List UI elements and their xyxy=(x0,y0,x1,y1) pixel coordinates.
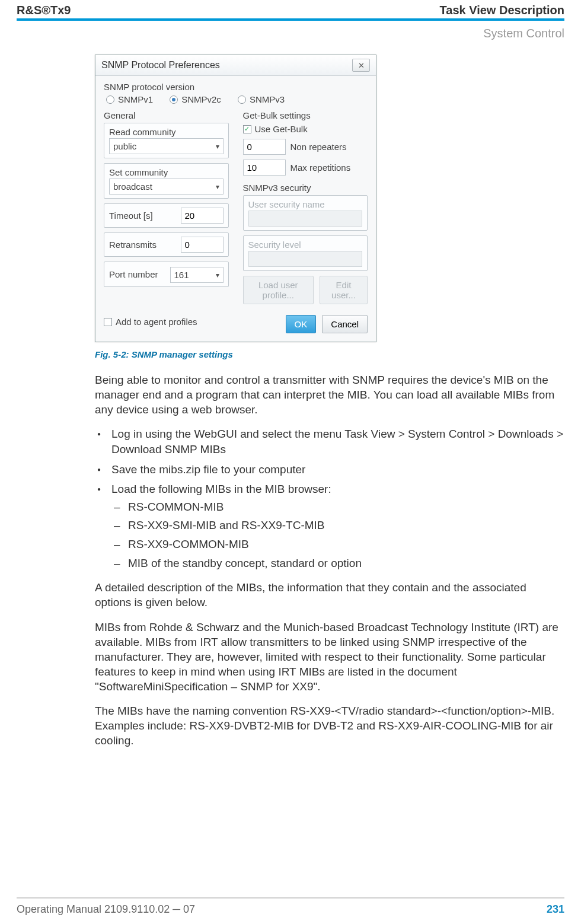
ok-button[interactable]: OK xyxy=(286,315,317,333)
list-item: RS-COMMON-MIB xyxy=(111,499,564,515)
getbulk-label: Get-Bulk settings xyxy=(243,110,368,120)
timeout-input[interactable] xyxy=(181,208,224,224)
page-number: 231 xyxy=(547,903,564,916)
close-button[interactable]: ✕ xyxy=(352,59,370,72)
radio-snmpv2c-label: SNMPv2c xyxy=(181,94,221,104)
radio-snmpv1[interactable]: SNMPv1 xyxy=(106,94,153,104)
port-value: 161 xyxy=(174,270,189,280)
chevron-down-icon: ▾ xyxy=(216,183,219,191)
nonrepeaters-label: Non repeaters xyxy=(290,142,347,152)
read-community-label: Read community xyxy=(109,127,224,137)
body-paragraph: The MIBs have the naming convention RS-X… xyxy=(95,703,564,748)
use-getbulk-checkbox[interactable]: ✓Use Get-Bulk xyxy=(243,124,308,134)
maxrepetitions-input[interactable] xyxy=(243,160,286,176)
list-item: MIB of the standby concept, standard or … xyxy=(111,556,564,571)
port-dropdown[interactable]: 161▾ xyxy=(170,267,224,283)
list-item: RS-XX9-COMMON-MIB xyxy=(111,537,564,552)
body-paragraph: MIBs from Rohde & Schwarz and the Munich… xyxy=(95,620,564,694)
list-item: Save the mibs.zip file to your computer xyxy=(95,462,564,477)
maxrepetitions-label: Max repetitions xyxy=(290,163,351,173)
radio-snmpv3-label: SNMPv3 xyxy=(250,94,285,104)
snmpv3-security-label: SNMPv3 security xyxy=(243,183,368,193)
radio-snmpv2c[interactable]: SNMPv2c xyxy=(170,94,221,104)
body-paragraph: Being able to monitor and control a tran… xyxy=(95,372,564,417)
radio-snmpv1-label: SNMPv1 xyxy=(118,94,153,104)
version-group-label: SNMP protocol version xyxy=(104,82,368,92)
dialog-title: SNMP Protocol Preferences xyxy=(101,60,220,71)
chevron-down-icon: ▾ xyxy=(216,142,219,151)
radio-snmpv3[interactable]: SNMPv3 xyxy=(238,94,285,104)
edit-user-button: Edit user... xyxy=(320,276,368,304)
user-security-name-input xyxy=(248,211,363,227)
section-name: System Control xyxy=(0,21,581,40)
use-getbulk-label: Use Get-Bulk xyxy=(255,124,308,134)
set-community-label: Set community xyxy=(109,167,224,177)
retransmits-input[interactable] xyxy=(181,237,224,253)
port-label: Port number xyxy=(109,269,165,279)
load-user-profile-button: Load user profile... xyxy=(243,276,314,304)
close-icon: ✕ xyxy=(358,61,365,70)
body-paragraph: A detailed description of the MIBs, the … xyxy=(95,580,564,610)
read-community-dropdown[interactable]: public▾ xyxy=(109,138,224,154)
footer-rule xyxy=(17,897,564,898)
list-item: Log in using the WebGUI and select the m… xyxy=(95,426,564,457)
user-security-name-label: User security name xyxy=(248,199,363,209)
general-label: General xyxy=(104,110,229,120)
cancel-button[interactable]: Cancel xyxy=(322,315,368,333)
set-community-dropdown[interactable]: broadcast▾ xyxy=(109,179,224,195)
set-community-value: broadcast xyxy=(113,181,152,192)
product-id: R&S®Tx9 xyxy=(17,4,71,17)
list-item: Load the following MIBs in the MIB brows… xyxy=(95,482,564,571)
add-to-agent-profiles-checkbox[interactable]: Add to agent profiles xyxy=(104,317,197,327)
nonrepeaters-input[interactable] xyxy=(243,139,286,155)
figure-caption: Fig. 5-2: SNMP manager settings xyxy=(95,349,564,359)
list-item: RS-XX9-SMI-MIB and RS-XX9-TC-MIB xyxy=(111,518,564,533)
security-level-input xyxy=(248,251,363,267)
chevron-down-icon: ▾ xyxy=(216,271,219,279)
chapter-title: Task View Description xyxy=(440,4,564,17)
retransmits-label: Retransmits xyxy=(109,240,176,250)
snmp-preferences-dialog: SNMP Protocol Preferences ✕ SNMP protoco… xyxy=(95,55,376,342)
read-community-value: public xyxy=(113,141,136,151)
manual-id: Operating Manual 2109.9110.02 ─ 07 xyxy=(17,903,195,916)
security-level-label: Security level xyxy=(248,240,363,250)
timeout-label: Timeout [s] xyxy=(109,211,176,221)
add-to-agent-profiles-label: Add to agent profiles xyxy=(116,317,197,327)
